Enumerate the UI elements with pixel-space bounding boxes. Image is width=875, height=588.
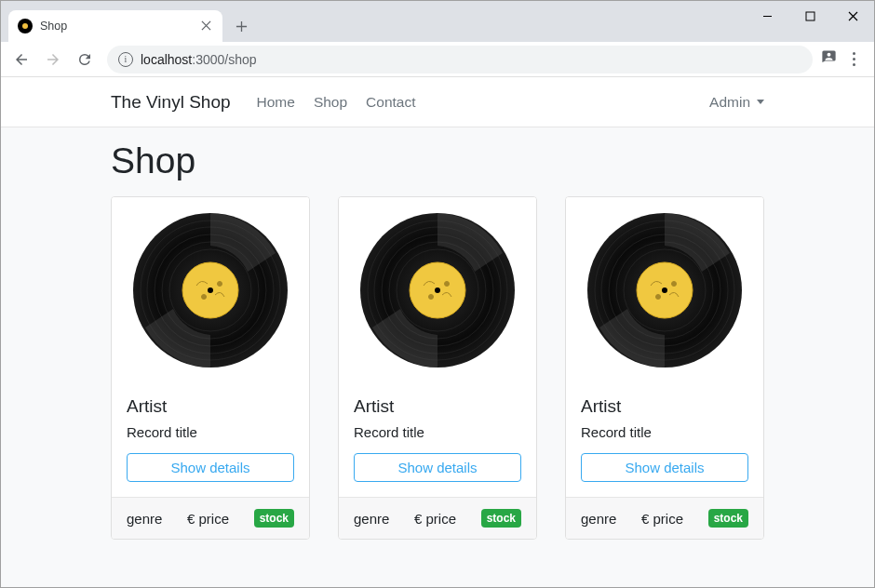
product-artist: Artist xyxy=(581,396,748,417)
site-brand[interactable]: The Vinyl Shop xyxy=(111,92,231,113)
stock-badge: stock xyxy=(254,509,294,528)
product-price: € price xyxy=(641,511,683,527)
reload-button[interactable] xyxy=(70,45,100,74)
account-icon[interactable] xyxy=(820,48,838,70)
tab-title: Shop xyxy=(40,20,199,33)
url-path: :3000/shop xyxy=(192,52,256,67)
vinyl-record-icon xyxy=(358,211,517,369)
site-info-icon[interactable]: i xyxy=(118,52,133,67)
svg-point-10 xyxy=(218,282,222,287)
window-close-button[interactable] xyxy=(831,1,874,31)
product-image xyxy=(112,197,309,383)
svg-point-9 xyxy=(202,295,207,300)
nav-link-home[interactable]: Home xyxy=(248,88,304,116)
product-title: Record title xyxy=(127,424,294,440)
browser-toolbar: i localhost:3000/shop xyxy=(1,42,874,77)
page-title: Shop xyxy=(111,140,764,181)
new-tab-button[interactable] xyxy=(228,13,254,39)
vinyl-record-icon xyxy=(131,211,289,369)
stock-badge: stock xyxy=(481,509,521,528)
svg-point-32 xyxy=(672,282,677,287)
back-button[interactable] xyxy=(7,45,36,74)
product-price: € price xyxy=(187,511,229,527)
product-image xyxy=(339,197,536,383)
url-host: localhost xyxy=(141,52,192,67)
product-card: Artist Record title Show details genre €… xyxy=(338,196,537,540)
svg-point-31 xyxy=(656,295,661,300)
product-price: € price xyxy=(414,511,456,527)
show-details-button[interactable]: Show details xyxy=(127,453,294,482)
site-navbar: The Vinyl Shop Home Shop Contact Admin xyxy=(1,77,874,127)
svg-point-22 xyxy=(435,287,440,293)
browser-tab[interactable]: Shop xyxy=(8,10,222,42)
product-image xyxy=(566,197,763,383)
product-grid: Artist Record title Show details genre €… xyxy=(111,196,764,540)
product-title: Record title xyxy=(354,424,521,440)
window-titlebar: Shop xyxy=(1,1,874,42)
nav-link-shop[interactable]: Shop xyxy=(304,88,357,116)
address-bar[interactable]: i localhost:3000/shop xyxy=(107,46,813,74)
svg-point-33 xyxy=(662,287,667,293)
product-genre: genre xyxy=(354,511,389,527)
svg-point-11 xyxy=(208,287,213,293)
product-genre: genre xyxy=(581,511,616,527)
product-genre: genre xyxy=(127,511,162,527)
svg-rect-0 xyxy=(806,12,814,20)
url-text: localhost:3000/shop xyxy=(141,52,257,67)
vinyl-record-icon xyxy=(586,211,744,369)
product-artist: Artist xyxy=(354,396,521,417)
stock-badge: stock xyxy=(708,509,748,528)
tab-close-button[interactable] xyxy=(199,16,213,36)
window-controls xyxy=(746,1,874,31)
product-title: Record title xyxy=(581,424,748,440)
chevron-down-icon xyxy=(757,100,764,104)
product-card: Artist Record title Show details genre €… xyxy=(111,196,310,540)
product-card: Artist Record title Show details genre €… xyxy=(565,196,764,540)
admin-label: Admin xyxy=(709,94,750,111)
svg-point-20 xyxy=(429,295,434,300)
show-details-button[interactable]: Show details xyxy=(354,453,521,482)
svg-point-21 xyxy=(445,282,450,287)
page-viewport[interactable]: The Vinyl Shop Home Shop Contact Admin S… xyxy=(1,77,874,587)
browser-menu-button[interactable] xyxy=(845,48,863,70)
admin-dropdown[interactable]: Admin xyxy=(709,94,764,111)
nav-link-contact[interactable]: Contact xyxy=(357,88,424,116)
browser-window: Shop xyxy=(0,0,875,588)
product-artist: Artist xyxy=(127,396,294,417)
show-details-button[interactable]: Show details xyxy=(581,453,748,482)
window-maximize-button[interactable] xyxy=(788,1,831,31)
forward-button[interactable] xyxy=(38,45,68,74)
favicon-icon xyxy=(18,19,33,33)
window-minimize-button[interactable] xyxy=(746,1,788,31)
